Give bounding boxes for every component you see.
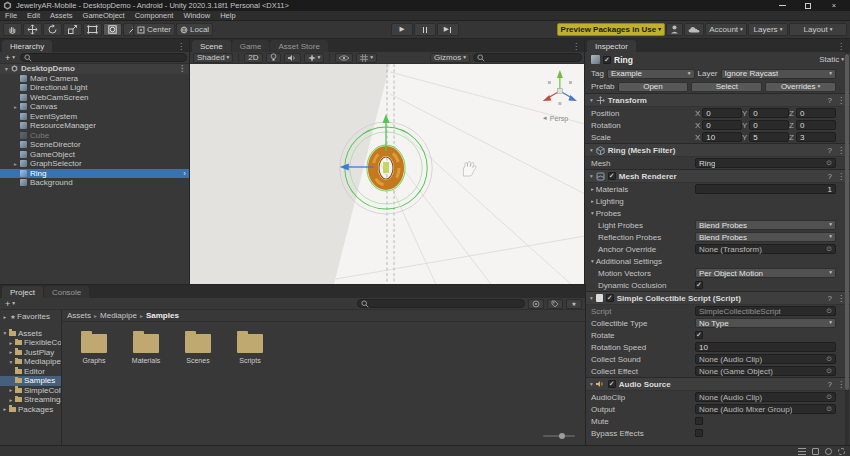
help-icon[interactable]: ?: [828, 294, 832, 303]
tree-item[interactable]: ▸JustPlay: [0, 348, 61, 358]
fold-icon[interactable]: ▾: [591, 210, 594, 216]
menu-help[interactable]: Help: [215, 11, 240, 20]
fold-icon[interactable]: ▸: [1, 406, 9, 412]
component-menu-icon[interactable]: ⋮: [837, 294, 845, 303]
collect-effect-field[interactable]: None (Game Object)⊙: [695, 366, 836, 376]
light-probes-dropdown[interactable]: Blend Probes▾: [695, 220, 836, 230]
hierarchy-item[interactable]: WebCamScreen: [0, 93, 190, 103]
mute-checkbox[interactable]: [695, 417, 703, 425]
bypass-effects-checkbox[interactable]: [695, 429, 703, 437]
materials-count-field[interactable]: 1: [695, 184, 836, 194]
help-icon[interactable]: ?: [828, 380, 832, 389]
reflection-probes-dropdown[interactable]: Blend Probes▾: [695, 232, 836, 242]
hierarchy-item[interactable]: ResourceManager: [0, 121, 190, 131]
fold-icon[interactable]: ▸: [591, 198, 594, 204]
inspector-menu-icon[interactable]: ⋮: [834, 42, 848, 51]
tab-asset-store[interactable]: Asset Store: [270, 40, 327, 52]
hierarchy-menu-icon[interactable]: ⋮: [174, 42, 188, 51]
scene-menu-icon[interactable]: ⋮: [569, 42, 583, 51]
object-picker-icon[interactable]: ⊙: [826, 367, 832, 375]
rotate-tool-button[interactable]: [43, 23, 62, 36]
tab-game[interactable]: Game: [232, 40, 270, 52]
hierarchy-item-selected[interactable]: Ring›: [0, 169, 190, 179]
account-dropdown[interactable]: Account▾: [705, 23, 747, 36]
active-checkbox[interactable]: ✓: [603, 56, 611, 64]
fold-icon[interactable]: ▸: [7, 387, 15, 393]
scene-search-input[interactable]: [487, 54, 578, 61]
console-status-icon[interactable]: [798, 448, 806, 455]
scene-canvas[interactable]: ◄ Persp: [190, 64, 585, 285]
step-button[interactable]: ▶: [437, 23, 459, 36]
component-menu-icon[interactable]: ⋮: [837, 172, 845, 181]
search-by-type-icon[interactable]: [528, 299, 544, 309]
scene-audio-toggle[interactable]: [284, 53, 301, 63]
play-button[interactable]: ▶: [391, 23, 413, 36]
dynamic-occlusion-checkbox[interactable]: ✓: [695, 281, 703, 289]
tab-hierarchy[interactable]: Hierarchy: [2, 40, 52, 52]
2d-toggle[interactable]: 2D: [244, 53, 262, 63]
help-icon[interactable]: ?: [828, 146, 832, 155]
tab-console[interactable]: Console: [44, 286, 89, 298]
plane-handle[interactable]: [383, 162, 389, 173]
rotation-y-field[interactable]: 0: [749, 120, 789, 130]
persp-label[interactable]: Persp: [550, 115, 568, 123]
fold-icon[interactable]: ▸: [591, 186, 594, 192]
breadcrumb-samples[interactable]: Samples: [146, 311, 179, 320]
object-picker-icon[interactable]: ⊙: [826, 159, 832, 167]
audio-source-header[interactable]: ▾ ✓ Audio Source ?⋮: [585, 377, 850, 391]
scene-effects-dropdown[interactable]: ▾: [304, 53, 325, 63]
output-field[interactable]: None (Audio Mixer Group)⊙: [695, 404, 836, 414]
motion-vectors-dropdown[interactable]: Per Object Motion▾: [695, 268, 836, 278]
favorites-row[interactable]: ▸★Favorites: [0, 312, 61, 322]
pivot-mode-button[interactable]: Center: [133, 23, 175, 36]
fold-icon[interactable]: ▸: [11, 104, 20, 110]
scene-lighting-toggle[interactable]: [266, 53, 281, 63]
layout-dropdown[interactable]: Layout▾: [789, 23, 847, 36]
tree-item[interactable]: Editor: [0, 367, 61, 377]
collab-button[interactable]: [666, 23, 683, 36]
prefab-select-button[interactable]: Select: [691, 82, 762, 92]
fold-icon[interactable]: ▾: [590, 97, 593, 103]
tree-item[interactable]: ▾Mediapipe: [0, 357, 61, 367]
hierarchy-item[interactable]: Background: [0, 178, 190, 188]
component-enabled-checkbox[interactable]: ✓: [606, 294, 614, 302]
fold-icon[interactable]: ▸: [7, 349, 15, 355]
object-picker-icon[interactable]: ⊙: [826, 393, 832, 401]
prefab-open-button[interactable]: Open: [618, 82, 689, 92]
open-prefab-arrow[interactable]: ›: [183, 169, 188, 178]
rect-tool-button[interactable]: [83, 23, 102, 36]
component-enabled-checkbox[interactable]: ✓: [608, 172, 616, 180]
fold-icon[interactable]: ▾: [590, 147, 593, 153]
position-x-field[interactable]: 0: [702, 108, 742, 118]
tab-inspector[interactable]: Inspector: [587, 40, 636, 52]
fold-icon[interactable]: ▾: [590, 295, 593, 301]
rotation-speed-field[interactable]: 10: [695, 342, 836, 352]
menu-window[interactable]: Window: [178, 11, 215, 20]
preview-packages-dropdown[interactable]: Preview Packages in Use ▾: [557, 23, 665, 36]
tag-dropdown[interactable]: Example▾: [607, 69, 695, 79]
tree-item-packages[interactable]: ▸Packages: [0, 405, 61, 415]
scale-tool-button[interactable]: [63, 23, 82, 36]
fold-icon[interactable]: ▾: [591, 258, 594, 264]
breadcrumb-assets[interactable]: Assets: [67, 311, 91, 320]
search-by-label-icon[interactable]: [547, 299, 563, 309]
menu-component[interactable]: Component: [130, 11, 179, 20]
fold-icon[interactable]: ▾: [7, 359, 15, 365]
scene-menu-icon[interactable]: ⋮: [176, 64, 188, 73]
fold-icon[interactable]: ▾: [2, 66, 11, 72]
lighting-foldout[interactable]: ▸Lighting: [585, 195, 850, 207]
fold-icon[interactable]: ▾: [590, 173, 593, 179]
activity-indicator-icon[interactable]: [838, 448, 845, 455]
pause-button[interactable]: [414, 23, 436, 36]
position-z-field[interactable]: 0: [796, 108, 836, 118]
create-asset-button[interactable]: +▾: [3, 299, 17, 309]
create-object-button[interactable]: +▾: [3, 53, 17, 63]
grid-visibility-dropdown[interactable]: ▾: [356, 53, 377, 63]
scale-y-field[interactable]: 5: [749, 132, 789, 142]
fold-icon[interactable]: ▸: [7, 340, 15, 346]
persp-arrow-icon[interactable]: ◄: [542, 115, 548, 121]
object-picker-icon[interactable]: ⊙: [826, 405, 832, 413]
mesh-field[interactable]: Ring⊙: [695, 158, 836, 168]
inspector-scrollbar[interactable]: [845, 52, 849, 445]
layers-dropdown[interactable]: Layers▾: [748, 23, 788, 36]
